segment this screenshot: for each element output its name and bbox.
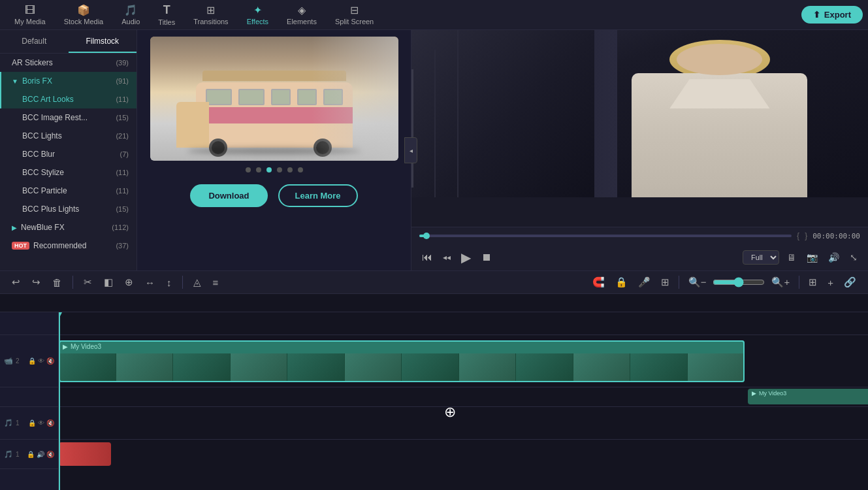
grid-view-button[interactable]: ⊞ bbox=[805, 274, 821, 291]
sidebar-item-bcc-image-rest[interactable]: BCC Image Rest... (15) bbox=[0, 108, 137, 127]
tab-default[interactable]: Default bbox=[0, 30, 69, 53]
split-button[interactable]: ◧ bbox=[100, 274, 117, 291]
audio-track-row bbox=[59, 407, 868, 440]
mic-button[interactable]: 🎤 bbox=[634, 274, 654, 291]
nav-my-media-label: My Media bbox=[14, 18, 46, 25]
add-button[interactable]: ⊕ bbox=[121, 274, 137, 291]
audio-track-icon: 🎵 bbox=[4, 419, 13, 427]
nav-stock-media[interactable]: 📦 Stock Media bbox=[55, 1, 113, 28]
delete-button[interactable]: 🗑 bbox=[48, 274, 66, 291]
nav-effects[interactable]: ✦ Effects bbox=[238, 1, 278, 28]
track-label-video-1 bbox=[0, 387, 58, 407]
magnet-button[interactable]: 🧲 bbox=[588, 274, 609, 291]
track-v2-lock[interactable]: 🔒 bbox=[28, 357, 36, 365]
frame-back-button[interactable]: ◂◂ bbox=[440, 250, 453, 265]
small-track-row bbox=[59, 440, 868, 469]
track-v2-mute[interactable]: 🔇 bbox=[46, 357, 54, 365]
tracks-area[interactable]: ▶ My Video3 bbox=[59, 312, 868, 490]
overflow-track-row: ▶ My Video3 bbox=[59, 387, 868, 407]
toolbar: ↩ ↪ 🗑 ✂ ◧ ⊕ ↔ ↕ ◬ ≡ 🧲 🔒 🎤 ⊞ 🔍− 🔍+ ⊞ + 🔗 bbox=[0, 270, 868, 294]
zoom-out-button[interactable]: 🔍− bbox=[684, 274, 711, 291]
track-s1-vol[interactable]: 🔊 bbox=[37, 451, 44, 458]
video-preview bbox=[411, 30, 868, 227]
audio-clip[interactable] bbox=[59, 442, 111, 466]
play-button[interactable]: ▶ bbox=[458, 247, 474, 268]
export-button[interactable]: ⬆ Export bbox=[801, 6, 863, 24]
redo-button[interactable]: ↪ bbox=[28, 274, 44, 291]
cut-button[interactable]: ✂ bbox=[80, 274, 96, 291]
crop-button[interactable]: ◬ bbox=[189, 274, 205, 291]
nav-my-media[interactable]: 🎞 My Media bbox=[5, 2, 55, 28]
track-s1-lock[interactable]: 🔒 bbox=[27, 451, 35, 458]
sidebar-item-bcc-particle[interactable]: BCC Particle (11) bbox=[0, 182, 137, 200]
download-button[interactable]: Download bbox=[190, 184, 267, 207]
zoom-in-button[interactable]: 🔍+ bbox=[767, 274, 794, 291]
sidebar-item-bcc-art-looks[interactable]: BCC Art Looks (11) bbox=[0, 90, 137, 108]
track-a1-eye[interactable]: 👁 bbox=[38, 419, 44, 427]
sidebar-item-bcc-stylize[interactable]: BCC Stylize (11) bbox=[0, 163, 137, 182]
nav-audio-label: Audio bbox=[121, 18, 140, 25]
video-clip-main[interactable]: ▶ My Video3 bbox=[59, 340, 745, 382]
main-area: Default Filmstock AR Stickers (39) ▼ Bor… bbox=[0, 30, 868, 270]
nav-transitions[interactable]: ⊞ Transitions bbox=[184, 1, 237, 28]
preview-dot-0[interactable] bbox=[246, 167, 251, 172]
media-add-button[interactable]: + bbox=[824, 274, 837, 291]
timeline: 00:00:00:00 00:00:05:00 00:00:10:00 00:0… bbox=[0, 294, 868, 490]
nav-elements[interactable]: ◈ Elements bbox=[278, 1, 326, 28]
track-a1-mute[interactable]: 🔇 bbox=[46, 419, 54, 427]
hot-badge: HOT bbox=[12, 242, 29, 250]
nav-titles[interactable]: T Titles bbox=[149, 1, 184, 29]
fit-icon[interactable]: ⤡ bbox=[847, 250, 860, 265]
monitor-icon[interactable]: 🖥 bbox=[784, 250, 799, 265]
chevron-right-icon: ▶ bbox=[12, 224, 17, 231]
stop-button[interactable]: ⏹ bbox=[479, 249, 494, 266]
split-track-button[interactable]: ⊞ bbox=[657, 274, 673, 291]
stock-media-icon: 📦 bbox=[77, 4, 90, 16]
sidebar-item-newblue-fx[interactable]: ▶ NewBlue FX (112) bbox=[0, 218, 137, 237]
playhead[interactable] bbox=[59, 312, 60, 490]
thumb-2 bbox=[116, 353, 174, 382]
progress-knob[interactable] bbox=[423, 233, 430, 239]
quality-select[interactable]: Full 1/2 1/4 bbox=[743, 250, 779, 265]
collapse-panel-button[interactable]: ◂ bbox=[404, 137, 417, 163]
flip-h-button[interactable]: ↔ bbox=[141, 274, 159, 291]
link-button[interactable]: 🔗 bbox=[840, 274, 860, 291]
track-v2-eye[interactable]: 👁 bbox=[38, 357, 44, 365]
track-a1-lock[interactable]: 🔒 bbox=[28, 419, 36, 427]
effect-preview: Download Learn More bbox=[137, 30, 411, 218]
zoom-slider[interactable] bbox=[713, 277, 765, 287]
undo-button[interactable]: ↩ bbox=[8, 274, 24, 291]
sidebar-item-ar-stickers[interactable]: AR Stickers (39) bbox=[0, 54, 137, 72]
sidebar-item-bcc-plus-lights[interactable]: BCC Plus Lights (15) bbox=[0, 200, 137, 218]
preview-dot-5[interactable] bbox=[298, 167, 303, 172]
preview-dot-2[interactable] bbox=[266, 167, 272, 172]
preview-dot-4[interactable] bbox=[287, 167, 293, 172]
thumb-11 bbox=[630, 353, 688, 382]
volume-icon[interactable]: 🔊 bbox=[826, 250, 842, 265]
preview-dot-3[interactable] bbox=[277, 167, 282, 172]
learn-more-button[interactable]: Learn More bbox=[278, 184, 358, 207]
tab-filmstock[interactable]: Filmstock bbox=[69, 30, 137, 53]
camera-icon[interactable]: 📷 bbox=[804, 250, 820, 265]
video-clip-overflow[interactable]: ▶ My Video3 bbox=[748, 389, 868, 404]
progress-bar[interactable] bbox=[419, 235, 792, 237]
thumb-9 bbox=[516, 353, 573, 382]
rewind-button[interactable]: ⏮ bbox=[419, 249, 435, 266]
nav-audio[interactable]: 🎵 Audio bbox=[112, 1, 149, 28]
flip-v-button[interactable]: ↕ bbox=[163, 274, 176, 291]
lock-button[interactable]: 🔒 bbox=[611, 274, 632, 291]
sidebar-item-bcc-blur[interactable]: BCC Blur (7) bbox=[0, 145, 137, 163]
thumb-12 bbox=[688, 353, 745, 382]
my-media-icon: 🎞 bbox=[25, 5, 35, 16]
adjust-button[interactable]: ≡ bbox=[209, 274, 223, 291]
track-label-video-2: 📹 2 🔒 👁 🔇 bbox=[0, 335, 58, 387]
sidebar-item-boris-fx[interactable]: ▼ Boris FX (91) bbox=[0, 72, 137, 90]
sidebar-item-bcc-lights[interactable]: BCC Lights (21) bbox=[0, 127, 137, 145]
nav-stock-media-label: Stock Media bbox=[64, 18, 104, 25]
track-s1-mute[interactable]: 🔇 bbox=[46, 451, 54, 458]
nav-split-screen[interactable]: ⊟ Split Screen bbox=[326, 1, 383, 28]
sidebar-item-recommended[interactable]: HOT Recommended (37) bbox=[0, 237, 137, 255]
toolbar-divider-1 bbox=[72, 276, 73, 289]
timeline-header: 00:00:00:00 00:00:05:00 00:00:10:00 00:0… bbox=[0, 294, 868, 312]
preview-dot-1[interactable] bbox=[256, 167, 261, 172]
